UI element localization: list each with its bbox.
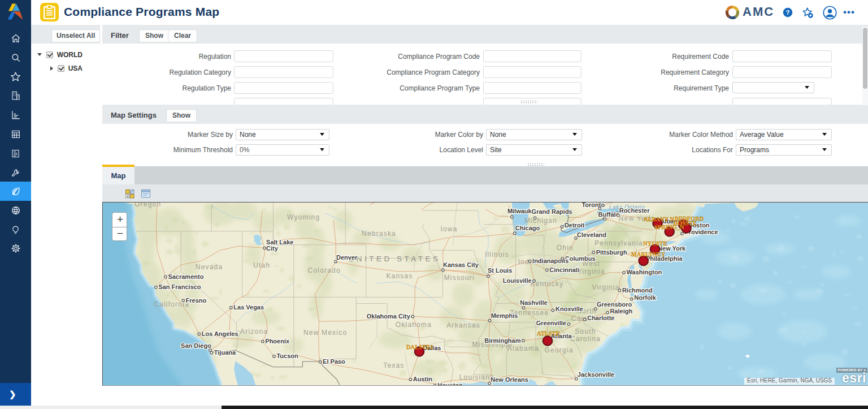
svg-text:Knoxville: Knoxville xyxy=(555,305,583,312)
svg-text:Oregon: Oregon xyxy=(134,203,161,208)
svg-text:Fresno: Fresno xyxy=(186,297,207,304)
svg-text:Memphis: Memphis xyxy=(491,312,518,319)
svg-text:Phoenix: Phoenix xyxy=(265,338,290,345)
svg-text:Arkansas: Arkansas xyxy=(446,321,480,329)
svg-text:Oklahoma City: Oklahoma City xyxy=(367,313,411,320)
svg-text:Missouri: Missouri xyxy=(444,274,475,282)
svg-text:Virginia: Virginia xyxy=(577,268,605,275)
svg-text:Las Vegas: Las Vegas xyxy=(233,304,264,311)
svg-text:Utah: Utah xyxy=(253,261,270,269)
svg-text:SPRING_N: SPRING_N xyxy=(654,224,684,230)
svg-text:Oklahoma: Oklahoma xyxy=(396,321,432,329)
svg-text:City: City xyxy=(266,245,279,252)
svg-text:Birmingham: Birmingham xyxy=(484,337,520,344)
svg-text:Pittsburgh: Pittsburgh xyxy=(596,249,627,256)
svg-text:Wyoming: Wyoming xyxy=(287,213,320,221)
svg-text:Washington: Washington xyxy=(627,269,662,275)
svg-text:Sacramento: Sacramento xyxy=(168,273,203,280)
svg-text:Charlotte: Charlotte xyxy=(587,315,614,321)
svg-text:Greensboro: Greensboro xyxy=(597,301,632,308)
svg-text:Grand Rapids: Grand Rapids xyxy=(532,208,572,215)
svg-text:Toronto: Toronto xyxy=(581,203,605,208)
svg-text:Iowa: Iowa xyxy=(441,225,458,233)
svg-text:Cleveland: Cleveland xyxy=(577,231,606,238)
svg-text:Nevada: Nevada xyxy=(196,263,223,271)
svg-text:Nashville: Nashville xyxy=(520,299,547,306)
svg-text:Columbus: Columbus xyxy=(565,255,596,262)
svg-text:Kansas City: Kansas City xyxy=(443,261,479,268)
svg-text:El Paso: El Paso xyxy=(323,358,345,365)
svg-text:New Mexico: New Mexico xyxy=(303,329,347,337)
svg-text:Louisiana: Louisiana xyxy=(459,373,494,381)
svg-text:Virginia: Virginia xyxy=(592,283,619,291)
svg-text:Austin: Austin xyxy=(413,376,433,382)
svg-text:San Diego: San Diego xyxy=(181,342,211,349)
svg-text:Carolina: Carolina xyxy=(570,335,601,343)
svg-text:?: ? xyxy=(786,9,790,16)
svg-text:Detroit: Detroit xyxy=(565,222,585,229)
svg-text:Chicago: Chicago xyxy=(515,225,540,231)
svg-text:South: South xyxy=(575,328,596,335)
svg-text:Greenville: Greenville xyxy=(536,320,566,326)
svg-text:Kansas: Kansas xyxy=(386,272,413,280)
svg-text:Michigan: Michigan xyxy=(524,217,557,225)
svg-text:DALSTE2: DALSTE2 xyxy=(406,344,433,350)
svg-text:UNITED STATES: UNITED STATES xyxy=(348,255,440,263)
svg-text:Arizona: Arizona xyxy=(240,328,268,335)
svg-text:Georgia: Georgia xyxy=(545,346,574,354)
svg-text:Rochester: Rochester xyxy=(619,207,650,214)
svg-text:Raleigh: Raleigh xyxy=(610,308,632,315)
svg-text:St Louis: St Louis xyxy=(488,267,512,274)
svg-text:Illinois: Illinois xyxy=(485,251,509,259)
svg-text:Nebraska: Nebraska xyxy=(362,230,396,238)
svg-text:MARLTNEY: MARLTNEY xyxy=(631,251,666,257)
svg-text:Richmond: Richmond xyxy=(622,287,653,294)
svg-text:San Francisco: San Francisco xyxy=(158,283,201,290)
svg-text:Colorado: Colorado xyxy=(308,266,341,274)
svg-text:Ohio: Ohio xyxy=(557,244,574,252)
svg-text:Norfolk: Norfolk xyxy=(634,294,656,301)
svg-text:Houston: Houston xyxy=(437,382,463,386)
svg-text:Tijuana: Tijuana xyxy=(214,349,236,356)
svg-text:Denver: Denver xyxy=(336,254,358,261)
svg-text:Louisville: Louisville xyxy=(503,277,532,284)
svg-text:Buffalo: Buffalo xyxy=(598,211,620,218)
svg-text:ALBANY N: ALBANY N xyxy=(644,216,675,222)
svg-text:New Orleans: New Orleans xyxy=(491,376,528,383)
svg-text:Jacksonville: Jacksonville xyxy=(578,371,614,378)
svg-text:Texas: Texas xyxy=(383,361,404,369)
svg-text:Los Angeles: Los Angeles xyxy=(202,330,238,337)
svg-text:Tucson: Tucson xyxy=(276,352,298,359)
svg-text:Pennsylvania: Pennsylvania xyxy=(594,239,643,247)
svg-text:NYCSTE: NYCSTE xyxy=(643,240,667,247)
svg-text:Cincinnati: Cincinnati xyxy=(549,266,579,273)
svg-text:ATLSTE: ATLSTE xyxy=(537,330,560,337)
